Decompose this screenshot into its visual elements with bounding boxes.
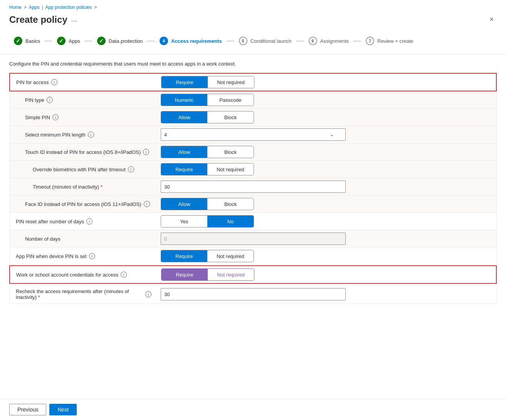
info-icon-face-id[interactable]: i xyxy=(144,201,150,207)
toggle-pin-reset-yes[interactable]: Yes xyxy=(161,216,207,227)
toggle-bio-require[interactable]: Require xyxy=(161,164,207,175)
toggle-pin-type: Numeric Passcode xyxy=(161,94,254,106)
breadcrumb-pipe: | xyxy=(42,5,43,10)
toggle-touch-id: Allow Block xyxy=(161,146,254,158)
setting-override-biometrics: Override biometrics with PIN after timeo… xyxy=(9,160,497,178)
setting-touch-id: Touch ID instead of PIN for access (iOS … xyxy=(9,143,497,160)
toggle-app-pin-require[interactable]: Require xyxy=(161,250,207,262)
step-assignments-label: Assignments xyxy=(320,38,349,44)
step-sep-6 xyxy=(353,41,361,41)
step-review-create[interactable]: 7 Review + create xyxy=(361,34,418,48)
setting-label-app-pin-device: App PIN when device PIN is set i xyxy=(10,250,156,262)
step-sep-1 xyxy=(45,41,52,41)
content-area: Configure the PIN and credential require… xyxy=(0,55,506,313)
toggle-simple-allow[interactable]: Allow xyxy=(161,111,207,123)
step-data-protection-label: Data protection xyxy=(109,38,143,44)
control-pin-type: Numeric Passcode xyxy=(156,91,496,108)
toggle-app-pin-device: Require Not required xyxy=(161,250,254,262)
dropdown-min-pin[interactable]: 4 ⌄ xyxy=(161,128,346,141)
breadcrumb-policies[interactable]: App protection policies xyxy=(45,5,92,10)
step-data-protection[interactable]: ✓ Data protection xyxy=(92,34,147,48)
step-review-circle: 7 xyxy=(366,37,374,45)
previous-button[interactable]: Previous xyxy=(9,404,46,415)
toggle-app-pin-not-required[interactable]: Not required xyxy=(207,250,254,262)
info-icon-pin-reset[interactable]: i xyxy=(86,218,92,224)
breadcrumb-sep1: > xyxy=(24,5,27,10)
setting-recheck-access: Recheck the access requirements after (m… xyxy=(9,285,497,304)
control-app-pin-device: Require Not required xyxy=(156,248,496,265)
breadcrumb-sep2: > xyxy=(94,5,97,10)
control-timeout xyxy=(156,178,496,195)
info-icon-touch-id[interactable]: i xyxy=(143,149,149,155)
step-basics-label: Basics xyxy=(25,38,40,44)
toggle-pin-require[interactable]: Require xyxy=(161,76,208,88)
control-pin-for-access: Require Not required xyxy=(156,74,496,91)
input-number-days xyxy=(161,233,346,245)
page-title: Create policy ... xyxy=(9,14,77,25)
step-conditional-launch[interactable]: 5 Conditional launch xyxy=(234,34,296,48)
input-recheck[interactable] xyxy=(161,288,346,300)
control-override-bio: Require Not required xyxy=(156,161,496,178)
breadcrumb-apps[interactable]: Apps xyxy=(29,5,39,10)
setting-face-id: Face ID instead of PIN for access (iOS 1… xyxy=(9,195,497,213)
info-icon-app-pin-device[interactable]: i xyxy=(89,253,95,259)
toggle-pin-reset-no[interactable]: No xyxy=(207,216,254,227)
toggle-touch-block[interactable]: Block xyxy=(207,146,254,158)
info-icon-simple-pin[interactable]: i xyxy=(52,114,59,120)
setting-min-pin-length: Select minimum PIN length i 4 ⌄ xyxy=(9,126,497,143)
step-apps[interactable]: ✓ Apps xyxy=(52,34,85,48)
info-icon-pin-for-access[interactable]: i xyxy=(51,79,57,85)
info-icon-override-bio[interactable]: i xyxy=(128,166,134,172)
info-icon-recheck[interactable]: i xyxy=(145,291,151,297)
toggle-cred-require[interactable]: Require xyxy=(161,269,208,280)
toggle-numeric[interactable]: Numeric xyxy=(161,94,207,106)
step-assignments[interactable]: 6 Assignments xyxy=(304,34,353,48)
step-assignments-circle: 6 xyxy=(309,37,317,45)
breadcrumb-home[interactable]: Home xyxy=(9,5,22,10)
control-credentials: Require Not required xyxy=(156,266,496,283)
info-icon-credentials[interactable]: i xyxy=(121,272,127,278)
close-button[interactable]: × xyxy=(486,14,497,25)
info-icon-min-pin[interactable]: i xyxy=(88,132,94,138)
step-conditional-label: Conditional launch xyxy=(250,38,292,44)
toggle-face-id: Allow Block xyxy=(161,198,254,210)
required-star-timeout: * xyxy=(101,184,103,190)
step-review-label: Review + create xyxy=(377,38,414,44)
next-button[interactable]: Next xyxy=(49,404,77,415)
setting-label-recheck: Recheck the access requirements after (m… xyxy=(10,285,156,303)
info-icon-pin-type[interactable]: i xyxy=(47,97,53,103)
setting-label-pin-for-access: PIN for access i xyxy=(10,76,156,88)
toggle-pin-reset: Yes No xyxy=(161,215,254,228)
setting-label-min-pin: Select minimum PIN length i xyxy=(10,128,156,141)
step-access-label: Access requirements xyxy=(171,38,222,44)
toggle-bio-not-required[interactable]: Not required xyxy=(207,164,254,175)
footer: Previous Next xyxy=(0,399,506,420)
setting-label-timeout: Timeout (minutes of inactivity) * xyxy=(10,181,156,193)
setting-label-number-days: Number of days xyxy=(10,233,156,245)
setting-label-override-bio: Override biometrics with PIN after timeo… xyxy=(10,163,156,175)
input-timeout[interactable] xyxy=(161,180,346,193)
chevron-down-icon: ⌄ xyxy=(330,132,334,137)
step-basics[interactable]: ✓ Basics xyxy=(9,34,45,48)
step-apps-label: Apps xyxy=(69,38,80,44)
breadcrumb: Home > Apps | App protection policies > xyxy=(0,0,506,12)
setting-pin-type: PIN type i Numeric Passcode xyxy=(9,91,497,108)
toggle-pin-not-required[interactable]: Not required xyxy=(208,76,254,88)
toggle-simple-pin: Allow Block xyxy=(161,111,254,123)
step-access-requirements[interactable]: 4 Access requirements xyxy=(155,34,227,48)
toggle-passcode[interactable]: Passcode xyxy=(207,94,254,106)
step-sep-5 xyxy=(296,41,304,41)
setting-app-pin-device: App PIN when device PIN is set i Require… xyxy=(9,247,497,265)
toggle-touch-allow[interactable]: Allow xyxy=(161,146,207,158)
toggle-simple-block[interactable]: Block xyxy=(207,111,254,123)
toggle-face-allow[interactable]: Allow xyxy=(161,198,207,210)
toggle-face-block[interactable]: Block xyxy=(207,198,254,210)
step-access-circle: 4 xyxy=(160,37,168,45)
setting-label-simple-pin: Simple PIN i xyxy=(10,111,156,123)
wizard-steps: ✓ Basics ✓ Apps ✓ Data protection 4 Acce… xyxy=(0,30,506,55)
toggle-cred-not-required[interactable]: Not required xyxy=(208,269,254,280)
control-recheck xyxy=(156,286,496,303)
setting-work-school-credentials: Work or school account credentials for a… xyxy=(9,265,497,284)
settings-container: PIN for access i Require Not required PI… xyxy=(9,73,497,304)
setting-label-face-id: Face ID instead of PIN for access (iOS 1… xyxy=(10,198,156,210)
